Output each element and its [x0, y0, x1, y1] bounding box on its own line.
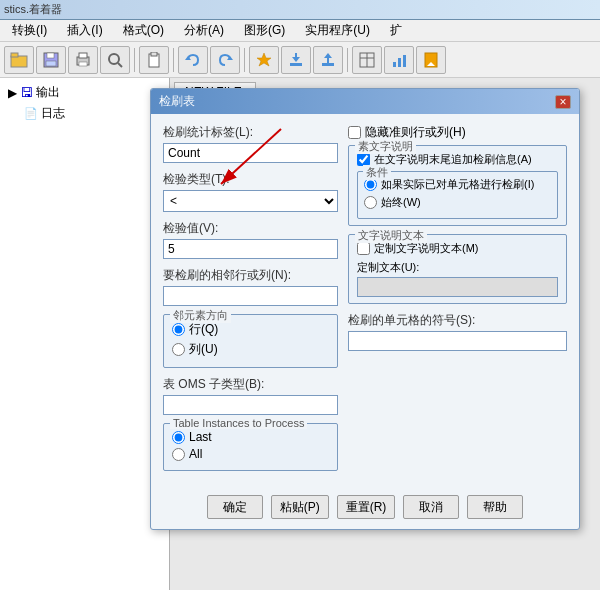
toolbar-redo[interactable] — [210, 46, 240, 74]
last-radio[interactable] — [172, 431, 185, 444]
dialog-body: 检刷统计标签(L): 检验类型(T): < > = 检 — [151, 114, 579, 489]
svg-rect-3 — [47, 53, 54, 58]
main-area: ▶ 🖫 输出 📄 日志 NEW FILE. 检刷表 × — [0, 78, 600, 590]
dialog-right-col: 隐藏准则行或列(H) 素文字说明 在文字说明末尾追加检刷信息(A) 条件 — [348, 124, 567, 479]
check-table-dialog: 检刷表 × 检刷统计标签(L): 检验类型(T): — [150, 88, 580, 530]
toolbar-print[interactable] — [68, 46, 98, 74]
toolbar-chart[interactable] — [384, 46, 414, 74]
last-radio-label: Last — [189, 430, 212, 444]
row-radio[interactable] — [172, 323, 185, 336]
toolbar-separator-2 — [173, 48, 174, 72]
paste-button[interactable]: 粘贴(P) — [271, 495, 329, 519]
title-bar-text: stics.着着器 — [4, 2, 62, 17]
svg-rect-18 — [322, 63, 334, 66]
dialog-left-col: 检刷统计标签(L): 检验类型(T): < > = 检 — [163, 124, 338, 479]
menu-bar: 转换(I) 插入(I) 格式(O) 分析(A) 图形(G) 实用程序(U) 扩 — [0, 20, 600, 42]
custom-text-group: 定制文字说明文本(M) — [357, 241, 558, 256]
menu-graph[interactable]: 图形(G) — [240, 20, 289, 41]
if-actual-label: 如果实际已对单元格进行检刷(I) — [381, 177, 534, 192]
svg-rect-25 — [398, 58, 401, 67]
menu-convert[interactable]: 转换(I) — [8, 20, 51, 41]
oms-input[interactable] — [163, 395, 338, 415]
label-field-label: 检刷统计标签(L): — [163, 124, 338, 141]
menu-utility[interactable]: 实用程序(U) — [301, 20, 374, 41]
svg-line-9 — [118, 63, 122, 67]
toolbar-download[interactable] — [281, 46, 311, 74]
checkvalue-input[interactable] — [163, 239, 338, 259]
all-radio[interactable] — [172, 448, 185, 461]
dialog-close-button[interactable]: × — [555, 95, 571, 109]
row-radio-group: 行(Q) — [172, 321, 329, 338]
hidden-rowcol-checkbox[interactable] — [348, 126, 361, 139]
always-label: 始终(W) — [381, 195, 421, 210]
all-radio-label: All — [189, 447, 202, 461]
text-description-title: 素文字说明 — [355, 139, 416, 154]
svg-rect-7 — [79, 62, 87, 66]
ok-button[interactable]: 确定 — [207, 495, 263, 519]
tree-output-label: 输出 — [36, 84, 60, 101]
checkvalue-group: 检验值(V): — [163, 220, 338, 259]
table-instances-section: Table Instances to Process Last All — [163, 423, 338, 471]
right-panel: NEW FILE. 检刷表 × 检刷统计标签(L): — [170, 78, 600, 590]
toolbar-upload[interactable] — [313, 46, 343, 74]
type-field-label: 检验类型(T): — [163, 171, 338, 188]
dialog-title-bar: 检刷表 × — [151, 89, 579, 114]
toolbar-separator-4 — [347, 48, 348, 72]
log-icon: 📄 — [24, 107, 38, 120]
dialog-title: 检刷表 — [159, 93, 195, 110]
menu-extend[interactable]: 扩 — [386, 20, 406, 41]
menu-analyze[interactable]: 分析(A) — [180, 20, 228, 41]
all-radio-group: All — [172, 447, 329, 461]
always-radio[interactable] — [364, 196, 377, 209]
cell-symbol-input[interactable] — [348, 331, 567, 351]
oms-group: 表 OMS 子类型(B): — [163, 376, 338, 415]
svg-rect-20 — [327, 57, 329, 63]
toolbar-star[interactable] — [249, 46, 279, 74]
col-radio[interactable] — [172, 343, 185, 356]
toolbar-table[interactable] — [352, 46, 382, 74]
svg-rect-1 — [11, 53, 18, 57]
adjacent-input[interactable] — [163, 286, 338, 306]
adjacent-group: 要检刷的相邻行或列(N): — [163, 267, 338, 306]
col-radio-label: 列(U) — [189, 341, 218, 358]
cell-symbol-label: 检刷的单元格的符号(S): — [348, 312, 567, 329]
left-panel: ▶ 🖫 输出 📄 日志 — [0, 78, 170, 590]
menu-insert[interactable]: 插入(I) — [63, 20, 106, 41]
add-info-label: 在文字说明末尾追加检刷信息(A) — [374, 152, 532, 167]
tree-item-log[interactable]: 📄 日志 — [4, 103, 165, 124]
if-actual-radio-group: 如果实际已对单元格进行检刷(I) — [364, 177, 551, 192]
toolbar-save[interactable] — [36, 46, 66, 74]
dialog-footer: 确定 粘贴(P) 重置(R) 取消 帮助 — [151, 489, 579, 529]
toolbar-undo[interactable] — [178, 46, 208, 74]
checkvalue-label: 检验值(V): — [163, 220, 338, 237]
adjacent-label: 要检刷的相邻行或列(N): — [163, 267, 338, 284]
tree-item-output[interactable]: ▶ 🖫 输出 — [4, 82, 165, 103]
type-select[interactable]: < > = — [163, 190, 338, 212]
toolbar-search[interactable] — [100, 46, 130, 74]
reset-button[interactable]: 重置(R) — [337, 495, 396, 519]
toolbar-clipboard[interactable] — [139, 46, 169, 74]
custom-text-input[interactable] — [357, 277, 558, 297]
table-instances-title: Table Instances to Process — [170, 417, 307, 429]
label-input[interactable] — [163, 143, 338, 163]
cancel-button[interactable]: 取消 — [403, 495, 459, 519]
svg-point-8 — [109, 54, 119, 64]
custom-text-checkbox[interactable] — [357, 242, 370, 255]
toolbar-open[interactable] — [4, 46, 34, 74]
toolbar — [0, 42, 600, 78]
svg-rect-17 — [295, 53, 297, 59]
custom-text-label: 定制文字说明文本(M) — [374, 241, 479, 256]
custom-text-row: 定制文本(U): — [357, 260, 558, 297]
toolbar-bookmark[interactable] — [416, 46, 446, 74]
element-direction-title: 邻元素方向 — [170, 308, 231, 323]
menu-format[interactable]: 格式(O) — [119, 20, 168, 41]
svg-marker-14 — [257, 53, 271, 66]
output-icon: 🖫 — [20, 85, 33, 100]
svg-rect-4 — [46, 61, 56, 66]
text-desc-box-title: 文字说明文本 — [355, 228, 427, 243]
label-group: 检刷统计标签(L): — [163, 124, 338, 163]
help-button[interactable]: 帮助 — [467, 495, 523, 519]
text-desc-box-section: 文字说明文本 定制文字说明文本(M) 定制文本(U): — [348, 234, 567, 304]
toolbar-separator-1 — [134, 48, 135, 72]
tree-expand-icon: ▶ — [8, 86, 17, 100]
